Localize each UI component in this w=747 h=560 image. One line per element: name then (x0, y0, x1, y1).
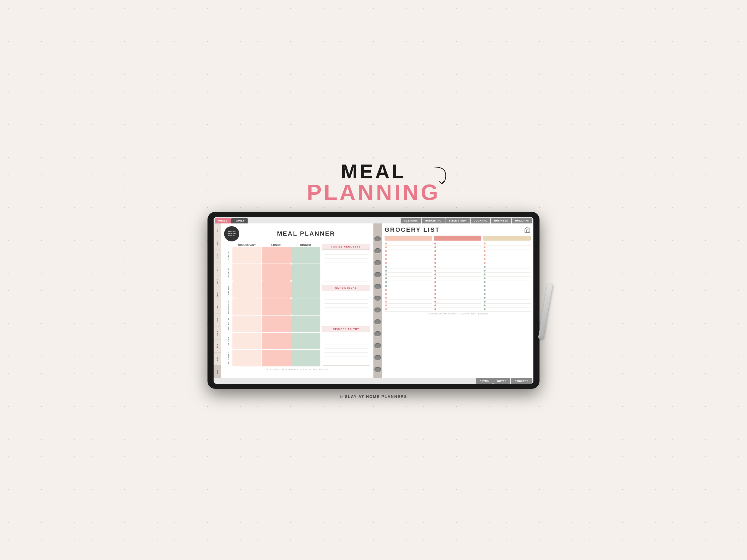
thursday-dinner[interactable] (291, 316, 320, 332)
nav-tab-holidays[interactable]: HOLIDAYS (512, 218, 532, 223)
bottom-tab-notes[interactable]: NOTES (493, 378, 511, 384)
month-aug[interactable]: AUG (213, 236, 221, 249)
thursday-breakfast[interactable] (232, 316, 261, 332)
month-jul[interactable]: JUL (213, 223, 221, 236)
nav-tab-meals[interactable]: MEALS (215, 218, 231, 223)
nav-tab-cleaning[interactable]: CLEANING (401, 218, 421, 223)
tablet: MEALS FAMILY CLEANING BUDGETING BIBLE ST… (207, 212, 540, 389)
family-requests-lines[interactable] (322, 250, 370, 283)
bottom-tab-stickers[interactable]: STICKERS (511, 378, 532, 384)
planner-content: JUL AUG SEP OCT NOV DEC JAN FEB MAR APR … (213, 223, 534, 378)
grocery-dot (385, 273, 387, 275)
grocery-item (385, 281, 432, 284)
grocery-item (434, 265, 482, 269)
meal-row-monday: MONDAY (224, 264, 320, 281)
friday-breakfast[interactable] (232, 333, 261, 349)
month-mar[interactable]: MAR (213, 327, 221, 340)
tuesday-breakfast[interactable] (232, 281, 261, 298)
saturday-breakfast[interactable] (232, 350, 261, 367)
grocery-dot (385, 285, 387, 287)
nav-tab-family[interactable]: FAMILY (231, 218, 248, 223)
grocery-dot (484, 308, 486, 310)
friday-lunch[interactable] (262, 333, 291, 349)
wednesday-lunch[interactable] (262, 298, 291, 315)
snack-ideas-line-6 (325, 311, 368, 315)
grocery-header-3 (483, 236, 531, 241)
grocery-item (483, 276, 531, 281)
grocery-item (434, 308, 482, 311)
grocery-item (483, 296, 531, 300)
nav-tab-business[interactable]: BUSINESS (491, 218, 511, 223)
monday-breakfast[interactable] (232, 264, 261, 281)
sunday-lunch[interactable] (262, 247, 291, 264)
month-jun[interactable]: JUN (213, 365, 221, 378)
grocery-item (434, 276, 482, 281)
tuesday-lunch[interactable] (262, 281, 291, 298)
sunday-breakfast[interactable] (232, 247, 261, 264)
family-requests-line-2 (325, 255, 368, 259)
sunday-dinner[interactable] (291, 247, 320, 264)
grocery-dot (434, 297, 436, 299)
tablet-screen: MEALS FAMILY CLEANING BUDGETING BIBLE ST… (213, 217, 534, 384)
month-apr[interactable]: APR (213, 340, 221, 353)
grocery-item (483, 288, 531, 292)
top-navigation: MEALS FAMILY CLEANING BUDGETING BIBLE ST… (213, 217, 534, 223)
bottom-tab-extra[interactable]: EXTRA (476, 378, 493, 384)
spiral-ring-9 (374, 331, 381, 336)
month-dec[interactable]: DEC (213, 288, 221, 301)
monday-lunch[interactable] (262, 264, 291, 281)
grocery-item (385, 304, 432, 308)
grocery-item (385, 292, 432, 296)
nav-tab-bible-study[interactable]: BIBLE STUDY (445, 218, 470, 223)
month-may[interactable]: MAY (213, 352, 221, 365)
grocery-dot (385, 242, 387, 244)
snack-ideas-header: SNACK IDEAS (322, 285, 370, 291)
nav-tab-budgeting[interactable]: BUDGETING (422, 218, 445, 223)
spiral-ring-5 (374, 284, 381, 289)
month-feb[interactable]: FEB (213, 314, 221, 327)
day-thursday: THURSDAY (224, 316, 232, 332)
friday-dinner[interactable] (291, 333, 320, 349)
nav-tab-journal[interactable]: JOURNAL (471, 218, 490, 223)
month-sep[interactable]: SEP (213, 249, 221, 262)
grocery-item (483, 242, 531, 246)
day-wednesday: WEDNESDAY (224, 298, 232, 315)
wednesday-breakfast[interactable] (232, 298, 261, 315)
stylus (538, 284, 552, 339)
planner-header: MONTHLYGROCERYBUDGET MEAL PLANNER (224, 226, 370, 241)
grocery-col-2 (434, 236, 482, 311)
monday-dinner[interactable] (291, 264, 320, 281)
grocery-item (385, 288, 432, 292)
recipes-line-7 (325, 356, 368, 360)
grocery-dot (385, 277, 387, 279)
month-oct[interactable]: OCT (213, 262, 221, 275)
grocery-list-page: GROCERY LIST (382, 223, 534, 378)
spiral-ring-4 (374, 272, 381, 277)
grocery-item (385, 300, 432, 304)
grocery-item (434, 273, 482, 276)
month-nov[interactable]: NOV (213, 275, 221, 288)
grocery-list-1 (385, 242, 432, 311)
thursday-lunch[interactable] (262, 316, 291, 332)
recipes-line-1 (325, 333, 368, 337)
wednesday-dinner[interactable] (291, 298, 320, 315)
tuesday-dinner[interactable] (291, 281, 320, 298)
grocery-dot (385, 266, 387, 268)
recipes-lines[interactable] (322, 332, 370, 365)
month-jan[interactable]: JAN (213, 301, 221, 314)
recipes-line-6 (325, 353, 368, 356)
grocery-dot (484, 266, 486, 268)
spiral-ring-2 (374, 248, 381, 253)
month-tabs: JUL AUG SEP OCT NOV DEC JAN FEB MAR APR … (213, 223, 221, 378)
grocery-dot (484, 289, 486, 291)
grocery-item (385, 284, 432, 288)
grocery-item (385, 269, 432, 273)
home-icon[interactable] (524, 226, 531, 233)
grocery-dot (434, 242, 436, 244)
snack-ideas-lines[interactable] (322, 291, 370, 324)
stylus-tip (538, 337, 543, 341)
grocery-dot (385, 254, 387, 256)
saturday-lunch[interactable] (262, 350, 291, 367)
saturday-dinner[interactable] (291, 350, 320, 367)
title-section: MEAL PLANNING (307, 161, 440, 204)
